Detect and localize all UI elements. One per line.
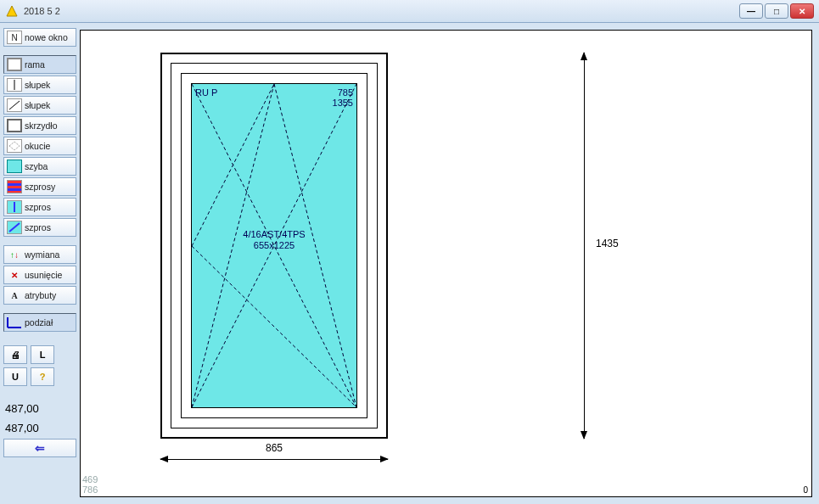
glass-spec: 4/16AST/4TPS bbox=[192, 229, 356, 240]
division-icon bbox=[7, 316, 22, 329]
delete-icon: ✕ bbox=[7, 268, 22, 282]
price-2: 487,00 bbox=[3, 419, 76, 437]
sash-button[interactable]: skrzydło bbox=[3, 116, 76, 135]
sidebar: N nowe okno rama słupek słupek skrzydło bbox=[0, 23, 80, 504]
L-button[interactable]: L bbox=[31, 345, 54, 364]
glass-label: szyba bbox=[25, 161, 48, 171]
dimension-vertical: 1435 bbox=[577, 53, 637, 439]
svg-line-4 bbox=[9, 223, 20, 232]
new-window-icon: N bbox=[7, 31, 22, 44]
mullion-v-icon bbox=[7, 78, 22, 92]
muntin-h-icon bbox=[7, 200, 22, 214]
hardware-label: okucie bbox=[25, 141, 50, 151]
U-label: U bbox=[12, 372, 19, 382]
minimize-button[interactable]: — bbox=[739, 3, 763, 19]
help-icon: ? bbox=[40, 372, 46, 382]
muntin-d-label: szpros bbox=[25, 222, 51, 232]
glass-dim: 655x1225 bbox=[192, 240, 356, 251]
mullion-v-button[interactable]: słupek bbox=[3, 76, 76, 94]
delete-label: usunięcie bbox=[25, 270, 62, 280]
L-label: L bbox=[40, 350, 46, 360]
window-drawing[interactable]: RU P 785 1355 4/16AST/4TPS 655x1225 bbox=[160, 53, 388, 439]
mullion-d-button[interactable]: słupek bbox=[3, 96, 76, 115]
canvas[interactable]: RU P 785 1355 4/16AST/4TPS 655x1225 bbox=[80, 30, 812, 497]
division-button[interactable]: podział bbox=[3, 313, 76, 332]
frame-label: rama bbox=[25, 59, 45, 70]
muntins-button[interactable]: szprosy bbox=[3, 177, 76, 196]
dimension-horizontal: 865 bbox=[160, 452, 388, 464]
dim-h-label: 865 bbox=[160, 442, 388, 454]
swap-label: wymiana bbox=[25, 249, 59, 260]
hardware-icon bbox=[7, 139, 22, 153]
coord-y: 786 bbox=[82, 484, 98, 495]
minimize-icon: — bbox=[747, 7, 755, 16]
hardware-button[interactable]: okucie bbox=[3, 137, 76, 155]
muntins-icon bbox=[7, 180, 22, 193]
muntin-h-button[interactable]: szpros bbox=[3, 198, 76, 216]
mullion-v-label: słupek bbox=[25, 80, 50, 90]
frame-button[interactable]: rama bbox=[3, 55, 76, 74]
app-window: 2018 5 2 — □ ✕ N nowe okno rama słupek bbox=[0, 0, 819, 504]
zero-label: 0 bbox=[803, 485, 808, 495]
frame-icon bbox=[7, 58, 22, 71]
close-icon: ✕ bbox=[799, 7, 805, 16]
U-button[interactable]: U bbox=[3, 367, 27, 386]
mullion-d-icon bbox=[7, 98, 22, 112]
width-small: 785 bbox=[338, 87, 353, 98]
price-1: 487,00 bbox=[3, 400, 76, 417]
back-button[interactable]: ⇐ bbox=[3, 439, 76, 457]
muntin-h-label: szpros bbox=[25, 202, 51, 212]
window-title: 2018 5 2 bbox=[24, 6, 60, 16]
help-button[interactable]: ? bbox=[31, 367, 54, 386]
glass-button[interactable]: szyba bbox=[3, 157, 76, 176]
coord-x: 469 bbox=[82, 474, 98, 484]
glass-icon bbox=[7, 160, 22, 173]
print-icon: 🖨 bbox=[11, 350, 20, 360]
cursor-coords: 469 786 bbox=[82, 474, 98, 495]
new-window-button[interactable]: N nowe okno bbox=[3, 28, 76, 47]
close-button[interactable]: ✕ bbox=[790, 3, 814, 19]
muntin-d-icon bbox=[7, 221, 22, 234]
window-controls: — □ ✕ bbox=[739, 3, 814, 19]
attributes-label: atrybuty bbox=[25, 290, 56, 300]
maximize-icon: □ bbox=[774, 7, 779, 16]
delete-button[interactable]: ✕ usunięcie bbox=[3, 266, 76, 284]
muntin-d-button[interactable]: szpros bbox=[3, 218, 76, 237]
hardware-code: RU P bbox=[195, 87, 217, 98]
print-button[interactable]: 🖨 bbox=[3, 345, 27, 364]
swap-button[interactable]: ↑↓ wymiana bbox=[3, 245, 76, 264]
muntins-label: szprosy bbox=[25, 182, 55, 192]
glass-top-labels: RU P 785 1355 bbox=[195, 87, 353, 108]
mullion-d-label: słupek bbox=[25, 100, 50, 110]
division-label: podział bbox=[25, 317, 53, 328]
glass-pane[interactable]: RU P 785 1355 4/16AST/4TPS 655x1225 bbox=[191, 83, 357, 408]
sash-label: skrzydło bbox=[25, 120, 58, 131]
svg-line-11 bbox=[192, 246, 356, 407]
attributes-icon: A bbox=[7, 288, 22, 302]
attributes-button[interactable]: A atrybuty bbox=[3, 286, 76, 305]
svg-marker-0 bbox=[7, 6, 17, 16]
glass-center-labels: 4/16AST/4TPS 655x1225 bbox=[192, 229, 356, 251]
dim-v-label: 1435 bbox=[596, 238, 619, 249]
new-window-label: nowe okno bbox=[25, 32, 68, 42]
sash-icon bbox=[7, 119, 22, 132]
app-icon bbox=[5, 4, 19, 18]
maximize-button[interactable]: □ bbox=[765, 3, 788, 19]
svg-line-9 bbox=[192, 84, 274, 246]
height-small: 1355 bbox=[333, 98, 353, 108]
svg-line-2 bbox=[9, 101, 20, 109]
back-icon: ⇐ bbox=[35, 441, 45, 455]
titlebar: 2018 5 2 — □ ✕ bbox=[0, 0, 819, 23]
body: N nowe okno rama słupek słupek skrzydło bbox=[0, 23, 819, 504]
swap-icon: ↑↓ bbox=[7, 248, 22, 261]
